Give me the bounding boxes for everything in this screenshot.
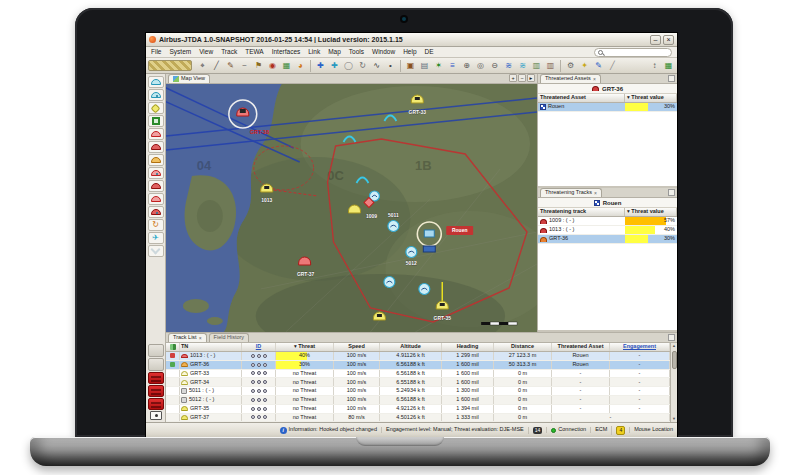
panel-left-icon[interactable]: ▥ [530,59,543,72]
pencil-blue-icon[interactable]: ✎ [592,59,605,72]
table-row[interactable]: 1013 : ( - ) 40% 100 m/s 4.91126 k ft 1 … [166,352,670,361]
pal ette-unknown-icon[interactable] [148,102,164,114]
scrollbar-thumb[interactable] [672,351,677,369]
star-icon[interactable]: ✶ [432,59,445,72]
remove-icon[interactable]: − [238,59,251,72]
palette-hostile-ground2-icon[interactable] [148,193,164,205]
tab-track-list[interactable]: Track List × [168,333,207,342]
table-row[interactable]: GRT-33 no Threat 100 m/s 6.56188 k ft 1 … [166,370,670,379]
col-altitude[interactable]: Altitude [380,343,442,351]
palette-chevron-icon[interactable] [148,245,164,257]
palette-friendly-air-icon[interactable] [148,76,164,88]
col-threatened-asset[interactable]: Threatened Asset [552,343,610,351]
dot-icon[interactable]: • [384,59,397,72]
table-row[interactable]: 5012 : ( - ) no Threat 100 m/s 6.56188 k… [166,396,670,405]
map-zoom-out-button[interactable]: − [518,74,526,82]
col-threat-value[interactable]: ▾ Threat value [625,94,677,102]
menu-view[interactable]: View [199,49,213,56]
engage-red-button[interactable] [148,372,164,384]
zoom-out-icon[interactable]: ⊖ [488,59,501,72]
col-threat[interactable]: ▾ Threat [276,343,334,351]
tab-threatening-tracks[interactable]: Threatening Tracks × [540,188,602,197]
close-button[interactable]: × [663,35,674,45]
menu-interfaces[interactable]: Interfaces [272,49,301,56]
globe-icon[interactable]: ◉ [266,59,279,72]
rotate-icon[interactable]: ↻ [356,59,369,72]
palette-friendly-air-dot-icon[interactable] [148,89,164,101]
menu-file[interactable]: File [151,49,161,56]
gear-icon[interactable]: ⚙ [564,59,577,72]
pie-icon[interactable]: ◕ [294,59,307,72]
pencil-icon[interactable]: ✎ [224,59,237,72]
hook-icon[interactable]: ∿ [370,59,383,72]
close-icon[interactable]: × [594,191,597,196]
engage-red-button[interactable] [148,385,164,397]
engage-red-button[interactable] [148,398,164,410]
map-symbol-yellow-south[interactable] [373,312,385,320]
palette-hostile-air-icon[interactable] [148,128,164,140]
col-heading[interactable]: Heading [442,343,494,351]
table-row[interactable]: GRT-36 30% 100 m/s 6.56188 k ft 1 600 mi… [166,361,670,370]
line-tool-icon[interactable]: ╱ [210,59,223,72]
col-threatened-asset[interactable]: Threatened Asset [538,94,625,102]
palette-refresh-icon[interactable]: ↻ [148,219,164,231]
panel-window-icon[interactable] [668,334,675,341]
menu-de[interactable]: DE [425,49,434,56]
palette-hostile-ground-icon[interactable] [148,180,164,192]
table-row[interactable]: 5011 : ( - ) no Threat 100 m/s 5.24934 k… [166,387,670,396]
tree-toggle-icon[interactable] [166,343,180,351]
threat-row[interactable]: 1009 : ( - ) 57% [538,217,677,226]
vertical-scrollbar[interactable]: ▲ ▼ [670,343,677,422]
col-id[interactable]: ID [242,343,276,351]
select-region-icon[interactable]: ⌖ [196,59,209,72]
printer-icon[interactable]: ▤ [418,59,431,72]
layers-icon[interactable]: ≡ [446,59,459,72]
tab-threatened-assets[interactable]: Threatened Assets × [540,74,601,83]
palette-suspect-icon[interactable] [148,154,164,166]
menu-link[interactable]: Link [308,49,320,56]
waves-alt-icon[interactable]: ≋ [516,59,529,72]
palette-plane-icon[interactable]: ✈ [148,232,164,244]
menu-system[interactable]: System [169,49,191,56]
asset-row[interactable]: Rouen 30% [538,103,677,112]
col-threatening-track[interactable]: Threatening track [538,208,625,216]
search-input[interactable] [605,49,663,55]
table-row[interactable]: GRT-35 no Threat 100 m/s 4.92126 k ft 1 … [166,405,670,414]
pin-icon[interactable]: ✦ [578,59,591,72]
zoom-in-icon[interactable]: ⊕ [460,59,473,72]
slash-icon[interactable]: ╱ [606,59,619,72]
pan-alt-icon[interactable]: ✚ [328,59,341,72]
panel-window-icon[interactable] [668,189,675,196]
col-speed[interactable]: Speed [334,343,380,351]
map-zoom-in-button[interactable]: + [509,74,517,82]
menu-map[interactable]: Map [328,49,341,56]
circle-select-icon[interactable]: ◯ [342,59,355,72]
threat-row[interactable]: 1013 : ( - ) 40% [538,226,677,235]
palette-hostile-band-icon[interactable] [148,167,164,179]
panel-right-icon[interactable]: ▥ [544,59,557,72]
strip-gray-button[interactable] [148,344,164,357]
close-icon[interactable]: × [199,336,202,341]
palette-hostile-site-icon[interactable] [148,206,164,218]
target-icon[interactable]: ◎ [474,59,487,72]
palette-neutral-icon[interactable] [148,115,164,127]
close-icon[interactable]: × [593,77,596,82]
menu-tools[interactable]: Tools [349,49,364,56]
tab-map-view[interactable]: Map View [168,74,210,83]
link-grid-icon[interactable]: ▦ [662,59,675,72]
menu-window[interactable]: Window [372,49,395,56]
flag-icon[interactable]: ⚑ [252,59,265,72]
table-row[interactable]: GRT-34 no Threat 100 m/s 6.55188 k ft 1 … [166,378,670,387]
pan-icon[interactable]: ✚ [314,59,327,72]
updown-icon[interactable]: ↕ [648,59,661,72]
map-pan-button[interactable]: ▸ [527,74,535,82]
tab-field-history[interactable]: Field History [209,333,250,342]
panel-window-icon[interactable] [668,75,675,82]
map-view[interactable]: 04 0C 1B [166,84,537,332]
menu-help[interactable]: Help [403,49,416,56]
grid-board-icon[interactable]: ▦ [280,59,293,72]
col-engagement[interactable]: Engagement [610,343,670,351]
col-threat-value[interactable]: ▾ Threat value [625,208,677,216]
threat-row[interactable]: GRT-36 30% [538,235,677,244]
col-tn[interactable]: TN [180,343,242,351]
